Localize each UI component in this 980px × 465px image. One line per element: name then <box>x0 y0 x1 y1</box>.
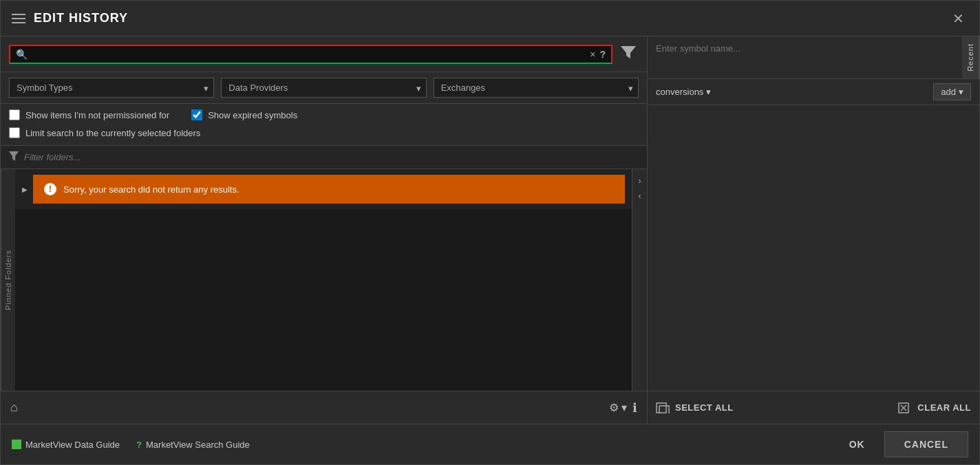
data-guide-icon <box>12 440 21 449</box>
gear-dropdown-arrow: ▾ <box>621 401 627 414</box>
right-panel-inner: Recent conversions ▾ add ▾ <box>648 36 979 424</box>
search-input-wrapper: 🔍 WHATISTHIS × ? <box>9 45 612 64</box>
search-input[interactable]: WHATISTHIS <box>32 49 586 60</box>
recent-tab[interactable]: Recent <box>962 36 979 78</box>
symbol-types-dropdown[interactable]: Symbol Types <box>9 78 214 98</box>
search-guide-link[interactable]: ? MarketView Search Guide <box>136 440 250 450</box>
cancel-button[interactable]: CANCEL <box>884 431 968 457</box>
left-bottom-bar: ⌂ ⚙ ▾ ℹ <box>1 391 647 424</box>
select-all-label: SELECT ALL <box>675 402 734 413</box>
home-button[interactable]: ⌂ <box>10 400 18 415</box>
limit-search-label: Limit search to the currently selected f… <box>25 128 200 138</box>
clear-all-label: CLEAR ALL <box>917 402 971 413</box>
no-results-icon: ! <box>44 183 56 195</box>
conversions-dropdown[interactable]: conversions ▾ <box>656 87 711 97</box>
results-list: ▶ ! Sorry, your search did not return an… <box>15 169 632 391</box>
clear-all-button[interactable]: CLEAR ALL <box>898 402 971 413</box>
footer-links: MarketView Data Guide ? MarketView Searc… <box>12 440 250 450</box>
dropdowns-row: Symbol Types Data Providers Exchanges <box>1 72 647 104</box>
limit-search-checkbox[interactable] <box>9 127 20 138</box>
results-right-arrows: › ‹ <box>632 169 647 391</box>
info-button[interactable]: ℹ <box>632 400 637 415</box>
data-providers-dropdown[interactable]: Data Providers <box>221 78 426 98</box>
search-help-button[interactable]: ? <box>599 49 606 60</box>
collapse-right-arrow-button[interactable]: ‹ <box>637 190 643 202</box>
data-guide-link[interactable]: MarketView Data Guide <box>12 440 120 450</box>
expand-right-arrow-button[interactable]: › <box>637 175 643 187</box>
add-dropdown-wrapper: add ▾ <box>933 83 971 100</box>
add-dropdown-button[interactable]: add ▾ <box>933 83 971 100</box>
conversions-label: conversions <box>656 87 703 97</box>
main-content: 🔍 WHATISTHIS × ? Symbol Types <box>1 36 979 424</box>
show-expired-symbols-checkbox[interactable] <box>191 109 202 120</box>
no-results-banner: ! Sorry, your search did not return any … <box>33 175 625 204</box>
no-results-message: Sorry, your search did not return any re… <box>63 184 239 195</box>
svg-marker-1 <box>9 151 19 161</box>
show-items-not-permissioned-label: Show items I'm not permissioned for <box>25 110 169 120</box>
filter-folders-bar <box>1 145 647 169</box>
search-bar: 🔍 WHATISTHIS × ? <box>1 36 647 72</box>
dialog-title: EDIT HISTORY <box>34 11 128 25</box>
filter-icon-button[interactable] <box>618 43 639 65</box>
expand-arrow-icon[interactable]: ▶ <box>22 186 28 193</box>
right-controls-row: conversions ▾ add ▾ <box>648 79 979 105</box>
ok-button[interactable]: OK <box>830 432 884 457</box>
hamburger-icon[interactable] <box>12 14 25 23</box>
show-expired-symbols-checkbox-item[interactable]: Show expired symbols <box>191 109 297 120</box>
right-content <box>648 105 979 391</box>
data-guide-label: MarketView Data Guide <box>25 440 120 450</box>
title-left: EDIT HISTORY <box>12 11 128 25</box>
right-panel: Recent conversions ▾ add ▾ <box>648 36 979 424</box>
right-search-input-wrapper <box>648 36 962 78</box>
gear-button[interactable]: ⚙ ▾ <box>609 401 627 414</box>
filter-folders-input[interactable] <box>24 152 140 162</box>
right-search-input[interactable] <box>656 43 771 54</box>
data-providers-dropdown-wrapper: Data Providers <box>221 78 426 98</box>
add-label: add <box>941 87 956 97</box>
left-panel: 🔍 WHATISTHIS × ? Symbol Types <box>1 36 648 424</box>
search-guide-label: MarketView Search Guide <box>146 440 250 450</box>
checkboxes-row-2: Limit search to the currently selected f… <box>1 126 647 145</box>
search-icon: 🔍 <box>16 49 28 60</box>
show-items-not-permissioned-checkbox-item[interactable]: Show items I'm not permissioned for <box>9 109 169 120</box>
show-expired-symbols-label: Show expired symbols <box>208 110 297 120</box>
select-all-button[interactable]: SELECT ALL <box>656 402 734 413</box>
filter-folders-icon <box>9 151 19 163</box>
result-row-header: ▶ ! Sorry, your search did not return an… <box>15 169 632 209</box>
dialog: EDIT HISTORY ✕ 🔍 WHATISTHIS × ? <box>0 0 980 465</box>
limit-search-checkbox-item[interactable]: Limit search to the currently selected f… <box>9 127 200 138</box>
footer-buttons: OK CANCEL <box>830 431 968 457</box>
clear-all-icon <box>898 402 912 413</box>
search-clear-button[interactable]: × <box>590 49 595 60</box>
gear-info-group: ⚙ ▾ ℹ <box>609 400 637 415</box>
close-button[interactable]: ✕ <box>948 10 968 27</box>
right-bottom-bar: SELECT ALL CLEAR ALL <box>648 391 979 424</box>
add-arrow-icon: ▾ <box>959 87 963 97</box>
conversions-arrow-icon: ▾ <box>706 87 711 97</box>
svg-marker-0 <box>621 46 636 58</box>
exchanges-dropdown[interactable]: Exchanges <box>434 78 639 98</box>
results-area: Pinned Folders ▶ ! Sorry, your search di… <box>1 169 647 391</box>
show-items-not-permissioned-checkbox[interactable] <box>9 109 20 120</box>
symbol-types-dropdown-wrapper: Symbol Types <box>9 78 214 98</box>
exchanges-dropdown-wrapper: Exchanges <box>434 78 639 98</box>
svg-rect-2 <box>657 403 666 413</box>
search-guide-icon: ? <box>136 440 142 450</box>
footer: MarketView Data Guide ? MarketView Searc… <box>1 424 979 464</box>
right-search-row: Recent <box>648 36 979 79</box>
checkboxes-row-1: Show items I'm not permissioned for Show… <box>1 104 647 126</box>
title-bar: EDIT HISTORY ✕ <box>1 1 979 36</box>
pinned-folders-label: Pinned Folders <box>1 169 15 391</box>
select-all-icon <box>656 402 670 413</box>
